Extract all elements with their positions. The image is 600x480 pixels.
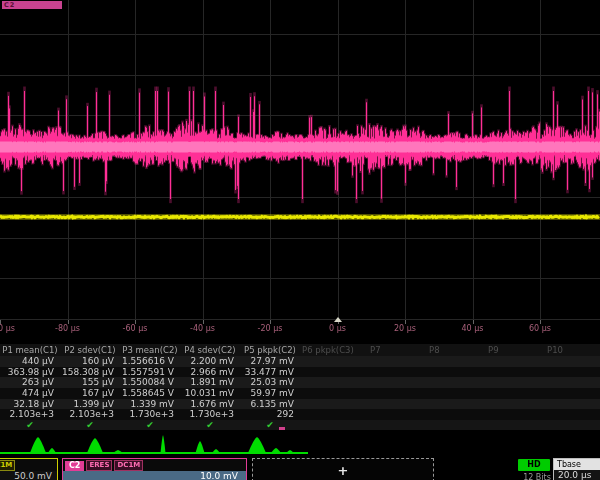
- time-tick-label: -40 µs: [190, 324, 215, 333]
- status-check-icon: ✔: [60, 420, 120, 430]
- time-tick-label: -80 µs: [55, 324, 80, 333]
- channel2-scale-value: 10.0 mV: [63, 471, 246, 480]
- channel2-eres-tag: ERES: [86, 460, 112, 471]
- measure-value-row: 363.98 µV158.308 µV1.557591 V2.966 mV33.…: [0, 367, 600, 378]
- time-tick-label: 0 µs: [329, 324, 346, 333]
- hd-mode-badge: HD: [518, 459, 550, 471]
- measure-header-unused[interactable]: P10: [541, 344, 600, 356]
- plus-icon: +: [338, 463, 349, 478]
- graticule-waveform-area: [0, 0, 600, 340]
- status-check-icon: ✔: [240, 420, 300, 430]
- measure-value-cell: 2.103e+3: [0, 409, 60, 420]
- time-tick-label: 20 µs: [394, 324, 416, 333]
- measure-value-cell: 10.031 mV: [180, 388, 240, 399]
- measure-value-cell: 160 µV: [60, 356, 120, 367]
- measure-header[interactable]: P4 sdev(C2): [180, 344, 240, 356]
- timebase-descriptor[interactable]: Tbase 20.0 µs: [553, 458, 600, 480]
- measure-value-cell: 1.558645 V: [120, 388, 180, 399]
- measure-header-row: P1 mean(C1)P2 sdev(C1)P3 mean(C2)P4 sdev…: [0, 344, 600, 356]
- measure-value-cell: 1.676 mV: [180, 399, 240, 410]
- channel1-descriptor[interactable]: C1 DC1M 50.0 mV: [0, 458, 58, 480]
- measure-value-row: 263 µV155 µV1.550084 V1.891 mV25.03 mV: [0, 377, 600, 388]
- measure-value-row: 2.103e+32.103e+31.730e+31.730e+3292: [0, 409, 600, 420]
- measure-value-cell: 155 µV: [60, 377, 120, 388]
- measure-value-row: 474 µV167 µV1.558645 V10.031 mV59.97 mV: [0, 388, 600, 399]
- tbase-label: Tbase: [554, 459, 600, 470]
- time-tick-label: -20 µs: [258, 324, 283, 333]
- measure-value-cell: 2.103e+3: [60, 409, 120, 420]
- channel1-coupling-tag: DC1M: [0, 460, 15, 471]
- trace-label-badge: C2: [2, 1, 62, 9]
- measure-header[interactable]: P3 mean(C2): [120, 344, 180, 356]
- measure-value-cell: 1.730e+3: [180, 409, 240, 420]
- measure-value-cell: 167 µV: [60, 388, 120, 399]
- time-tick-label: -100 µs: [0, 324, 15, 333]
- channel1-scale-value: 50.0 mV: [0, 471, 57, 480]
- measure-value-cell: 1.550084 V: [120, 377, 180, 388]
- measure-value-cell: 59.97 mV: [240, 388, 300, 399]
- channel1-header: C1 DC1M: [0, 459, 57, 471]
- measure-value-cell: 2.966 mV: [180, 367, 240, 378]
- measure-value-cell: 1.556616 V: [120, 356, 180, 367]
- measure-value-cell: 25.03 mV: [240, 377, 300, 388]
- measure-value-cell: 6.135 mV: [240, 399, 300, 410]
- oscilloscope-screen: C2 -100 µs-80 µs-60 µs-40 µs-20 µs0 µs20…: [0, 0, 600, 480]
- add-trace-button[interactable]: +: [252, 458, 434, 480]
- measure-header[interactable]: P1 mean(C1): [0, 344, 60, 356]
- channel2-coupling-tag: DC1M: [114, 460, 143, 471]
- measure-value-cell: 32.18 µV: [0, 399, 60, 410]
- measurement-table: P1 mean(C1)P2 sdev(C1)P3 mean(C2)P4 sdev…: [0, 344, 600, 430]
- measure-value-row: 440 µV160 µV1.556616 V2.200 mV27.97 mV: [0, 356, 600, 367]
- measure-value-cell: 292: [240, 409, 300, 420]
- measure-header[interactable]: P2 sdev(C1): [60, 344, 120, 356]
- measure-value-cell: 1.557591 V: [120, 367, 180, 378]
- measure-header-unused[interactable]: P6 pkpk(C3): [300, 344, 364, 356]
- measure-status-row: ✔✔✔✔✔: [0, 420, 600, 430]
- measure-value-cell: 158.308 µV: [60, 367, 120, 378]
- trigger-position-marker[interactable]: [334, 317, 342, 322]
- status-check-icon: ✔: [180, 420, 240, 430]
- time-tick-label: 40 µs: [462, 324, 484, 333]
- measure-value-cell: 1.399 µV: [60, 399, 120, 410]
- measure-value-row: 32.18 µV1.399 µV1.339 mV1.676 mV6.135 mV: [0, 399, 600, 410]
- channel2-header: C2 ERES DC1M: [63, 459, 246, 471]
- channel2-badge[interactable]: C2: [65, 461, 84, 471]
- measure-header-unused[interactable]: P7: [364, 344, 423, 356]
- status-check-icon: ✔: [120, 420, 180, 430]
- measure-histicon: [0, 430, 600, 460]
- measure-value-cell: 27.97 mV: [240, 356, 300, 367]
- measure-value-cell: 363.98 µV: [0, 367, 60, 378]
- measure-value-cell: 263 µV: [0, 377, 60, 388]
- time-tick-label: -60 µs: [123, 324, 148, 333]
- measure-value-cell: 1.730e+3: [120, 409, 180, 420]
- time-tick-label: 60 µs: [529, 324, 551, 333]
- measure-value-cell: 474 µV: [0, 388, 60, 399]
- measure-header[interactable]: P5 pkpk(C2): [240, 344, 300, 356]
- measure-value-cell: 1.339 mV: [120, 399, 180, 410]
- tbase-value: 20.0 µs: [554, 470, 600, 480]
- measure-value-cell: 33.477 mV: [240, 367, 300, 378]
- measure-value-cell: 1.891 mV: [180, 377, 240, 388]
- status-check-icon: ✔: [0, 420, 60, 430]
- time-axis: -100 µs-80 µs-60 µs-40 µs-20 µs0 µs20 µs…: [0, 322, 600, 336]
- adc-bits-label: 12 Bits: [517, 473, 557, 480]
- measure-value-cell: 2.200 mV: [180, 356, 240, 367]
- measure-header-unused[interactable]: P9: [482, 344, 541, 356]
- measure-value-cell: 440 µV: [0, 356, 60, 367]
- channel2-descriptor[interactable]: C2 ERES DC1M 10.0 mV: [62, 458, 247, 480]
- measure-header-unused[interactable]: P8: [423, 344, 482, 356]
